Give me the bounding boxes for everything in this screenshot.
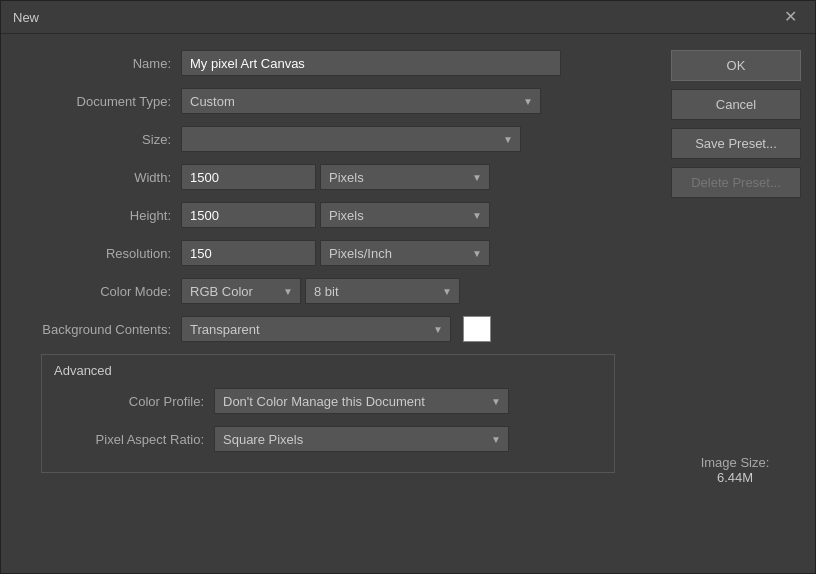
dialog-title: New <box>13 10 39 25</box>
name-label: Name: <box>21 56 181 71</box>
width-unit-select[interactable]: Pixels Inches Centimeters <box>320 164 490 190</box>
bit-depth-select[interactable]: 8 bit 16 bit 32 bit <box>305 278 460 304</box>
resolution-label: Resolution: <box>21 246 181 261</box>
advanced-section: Advanced Color Profile: Don't Color Mana… <box>41 354 615 473</box>
height-inputs: Pixels Inches Centimeters ▼ <box>181 202 490 228</box>
color-profile-row: Color Profile: Don't Color Manage this D… <box>54 388 602 414</box>
color-mode-inputs: RGB Color CMYK Color Grayscale ▼ 8 bit 1… <box>181 278 460 304</box>
size-label: Size: <box>21 132 181 147</box>
doc-type-label: Document Type: <box>21 94 181 109</box>
width-label: Width: <box>21 170 181 185</box>
resolution-input[interactable] <box>181 240 316 266</box>
height-label: Height: <box>21 208 181 223</box>
pixel-ratio-label: Pixel Aspect Ratio: <box>54 432 214 447</box>
bg-color-swatch[interactable] <box>463 316 491 342</box>
pixel-ratio-select-wrapper: Square Pixels Custom ▼ <box>214 426 509 452</box>
color-mode-label: Color Mode: <box>21 284 181 299</box>
name-input[interactable] <box>181 50 561 76</box>
bg-select[interactable]: Transparent White Background Color <box>181 316 451 342</box>
width-row: Width: Pixels Inches Centimeters ▼ <box>21 164 635 190</box>
bit-depth-select-wrapper: 8 bit 16 bit 32 bit ▼ <box>305 278 460 304</box>
width-inputs: Pixels Inches Centimeters ▼ <box>181 164 490 190</box>
resolution-unit-wrapper: Pixels/Inch Pixels/Centimeter ▼ <box>320 240 490 266</box>
width-unit-wrapper: Pixels Inches Centimeters ▼ <box>320 164 490 190</box>
title-bar: New ✕ <box>1 1 815 34</box>
pixel-ratio-select[interactable]: Square Pixels Custom <box>214 426 509 452</box>
height-row: Height: Pixels Inches Centimeters ▼ <box>21 202 635 228</box>
size-row: Size: ▼ <box>21 126 635 152</box>
doc-type-select[interactable]: Custom Default Photoshop Size Letter <box>181 88 541 114</box>
dialog-body: Name: Document Type: Custom Default Phot… <box>1 34 815 501</box>
doc-type-select-wrapper: Custom Default Photoshop Size Letter ▼ <box>181 88 541 114</box>
size-select[interactable] <box>181 126 521 152</box>
height-unit-select[interactable]: Pixels Inches Centimeters <box>320 202 490 228</box>
cancel-button[interactable]: Cancel <box>671 89 801 120</box>
ok-button[interactable]: OK <box>671 50 801 81</box>
width-input[interactable] <box>181 164 316 190</box>
color-mode-row: Color Mode: RGB Color CMYK Color Graysca… <box>21 278 635 304</box>
height-input[interactable] <box>181 202 316 228</box>
background-inputs: Transparent White Background Color ▼ <box>181 316 491 342</box>
new-document-dialog: New ✕ Name: Document Type: Custom Defaul… <box>0 0 816 574</box>
name-row: Name: <box>21 50 635 76</box>
bg-label: Background Contents: <box>21 322 181 337</box>
save-preset-button[interactable]: Save Preset... <box>671 128 801 159</box>
color-mode-select[interactable]: RGB Color CMYK Color Grayscale <box>181 278 301 304</box>
buttons-section: OK Cancel Save Preset... Delete Preset..… <box>655 50 815 485</box>
resolution-inputs: Pixels/Inch Pixels/Centimeter ▼ <box>181 240 490 266</box>
profile-label: Color Profile: <box>54 394 214 409</box>
size-select-wrapper: ▼ <box>181 126 521 152</box>
resolution-unit-select[interactable]: Pixels/Inch Pixels/Centimeter <box>320 240 490 266</box>
image-size-value: 6.44M <box>671 470 799 485</box>
document-type-row: Document Type: Custom Default Photoshop … <box>21 88 635 114</box>
delete-preset-button: Delete Preset... <box>671 167 801 198</box>
close-button[interactable]: ✕ <box>778 7 803 27</box>
form-section: Name: Document Type: Custom Default Phot… <box>1 50 655 485</box>
profile-select-wrapper: Don't Color Manage this Document sRGB IE… <box>214 388 509 414</box>
color-mode-select-wrapper: RGB Color CMYK Color Grayscale ▼ <box>181 278 301 304</box>
height-unit-wrapper: Pixels Inches Centimeters ▼ <box>320 202 490 228</box>
image-size-section: Image Size: 6.44M <box>671 395 799 485</box>
image-size-label: Image Size: <box>671 455 799 470</box>
advanced-title: Advanced <box>54 363 602 378</box>
background-row: Background Contents: Transparent White B… <box>21 316 635 342</box>
pixel-ratio-row: Pixel Aspect Ratio: Square Pixels Custom… <box>54 426 602 452</box>
profile-select[interactable]: Don't Color Manage this Document sRGB IE… <box>214 388 509 414</box>
bg-select-wrapper: Transparent White Background Color ▼ <box>181 316 451 342</box>
resolution-row: Resolution: Pixels/Inch Pixels/Centimete… <box>21 240 635 266</box>
